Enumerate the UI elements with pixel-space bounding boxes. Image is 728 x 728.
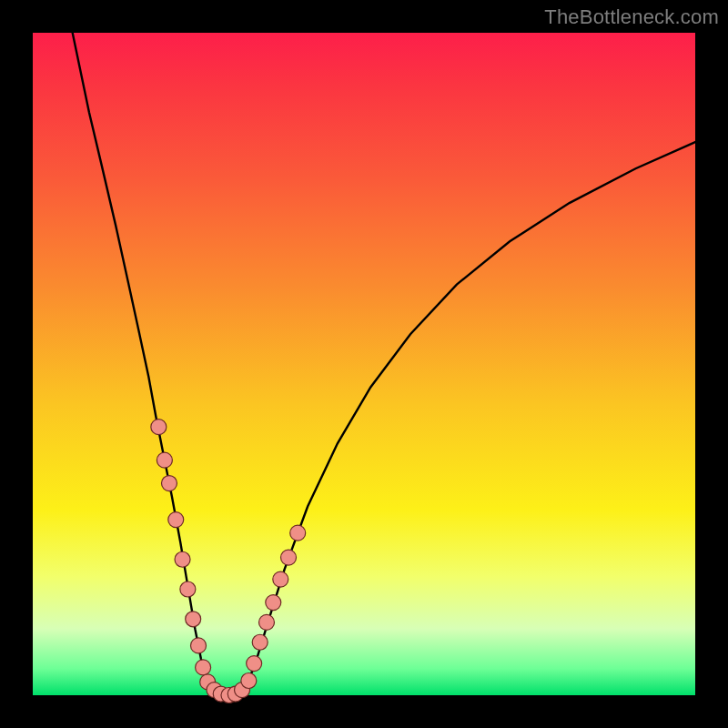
threshold-dot (196, 660, 211, 675)
threshold-dot (161, 476, 177, 491)
threshold-dot (290, 525, 306, 541)
threshold-dot (247, 656, 262, 672)
chart-svg (33, 33, 695, 695)
threshold-dot (157, 452, 172, 468)
plot-area (33, 33, 695, 695)
threshold-dot (258, 614, 274, 630)
threshold-dot (281, 550, 297, 565)
bottleneck-curve (73, 33, 695, 695)
threshold-dot (186, 612, 201, 627)
threshold-dot (180, 581, 196, 597)
threshold-dot (241, 672, 257, 688)
threshold-dot (252, 634, 268, 650)
chart-frame: TheBottleneck.com (0, 0, 728, 728)
threshold-dot (168, 512, 184, 528)
watermark-text: TheBottleneck.com (544, 5, 719, 29)
threshold-dot (151, 420, 167, 435)
threshold-dot (191, 638, 207, 653)
threshold-dot (273, 571, 288, 587)
threshold-dot (266, 595, 281, 611)
threshold-dot (175, 551, 190, 567)
